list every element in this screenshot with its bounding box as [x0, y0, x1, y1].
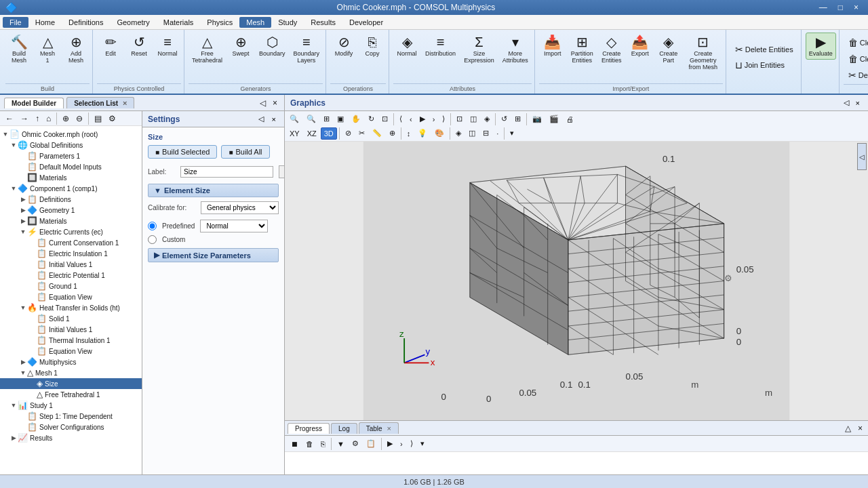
size-expression-button[interactable]: Σ SizeExpression	[460, 33, 498, 66]
select-all-btn[interactable]: ⊞	[511, 113, 524, 125]
menu-results[interactable]: Results	[304, 17, 342, 28]
more-attributes-button[interactable]: ▾ MoreAttributes	[499, 33, 532, 66]
menu-file[interactable]: File	[3, 17, 28, 28]
graphics-viewport[interactable]: .mesh-edge { stroke: #222; stroke-width:…	[285, 142, 868, 420]
settings-undock-btn[interactable]: ◁	[256, 114, 267, 124]
evaluate-button[interactable]: ▶ Evaluate	[806, 33, 836, 60]
tree-item-default[interactable]: 📋 Default Model Inputs	[0, 161, 142, 172]
copy-button[interactable]: ⎘ Copy	[359, 33, 386, 60]
slice-btn[interactable]: ⊘	[342, 127, 355, 140]
nav-up-btn[interactable]: ↑	[33, 113, 42, 125]
nav-back-btn[interactable]: ←	[3, 113, 16, 125]
select-boundaries-btn[interactable]: ◫	[465, 127, 479, 140]
partition-entities-button[interactable]: ⊞ PartitionEntities	[568, 33, 597, 66]
clear-mesh-button[interactable]: 🗑 Clear Mesh	[844, 35, 868, 50]
menu-study[interactable]: Study	[271, 17, 304, 28]
mesh1-button[interactable]: △ Mesh1	[34, 33, 61, 66]
bottom-panel-close-btn[interactable]: ×	[855, 422, 865, 434]
add-mesh-button[interactable]: ⊕ AddMesh	[62, 33, 90, 66]
orient-x-btn[interactable]: ↕	[403, 127, 414, 140]
viewport-collapse-btn[interactable]: ◁	[857, 143, 867, 170]
build-mesh-button[interactable]: 🔨 BuildMesh	[5, 33, 33, 66]
tree-item-sol1[interactable]: 📋 Solid 1	[0, 313, 142, 324]
view-xz-btn[interactable]: XZ	[304, 127, 320, 140]
boundary-button[interactable]: ⬡ Boundary	[256, 33, 289, 60]
go-last-btn[interactable]: ⟩	[439, 113, 448, 125]
delete-entities-button[interactable]: ✂ Delete Entities	[730, 42, 798, 57]
panel-undock-btn[interactable]: ◁	[257, 97, 269, 109]
import-button[interactable]: 📥 Import	[539, 33, 566, 60]
more-views-btn[interactable]: ▾	[507, 127, 517, 140]
menu-geometry[interactable]: Geometry	[110, 17, 156, 28]
menu-developer[interactable]: Developer	[342, 17, 390, 28]
tree-item-solver[interactable]: 📋 Solver Configurations	[0, 422, 142, 432]
tree-item-multi[interactable]: ▶ 🔷 Multiphysics	[0, 357, 142, 367]
tree-item-ht[interactable]: ▼ 🔥 Heat Transfer in Solids (ht)	[0, 302, 142, 313]
create-part-button[interactable]: ◈ CreatePart	[655, 33, 682, 66]
progress-copy-btn[interactable]: ⎘	[317, 438, 329, 450]
selection-list-tab[interactable]: Selection List ×	[66, 97, 134, 108]
tree-item-cc1[interactable]: 📋 Current Conservation 1	[0, 237, 142, 248]
nav-forward-btn[interactable]: →	[18, 113, 31, 125]
progress-next-btn[interactable]: ›	[397, 438, 406, 450]
menu-mesh[interactable]: Mesh	[239, 17, 271, 28]
swept-button[interactable]: ⊕ Swept	[227, 33, 254, 60]
size-params-section[interactable]: ▶ Element Size Parameters	[148, 248, 279, 262]
view-3d-btn[interactable]: 3D	[321, 127, 337, 140]
minimize-btn[interactable]: —	[815, 3, 831, 12]
wireframe-btn[interactable]: ⊡	[453, 113, 466, 125]
tree-item-step1[interactable]: 📋 Step 1: Time Dependent	[0, 411, 142, 422]
zoom-in-btn[interactable]: 🔍	[286, 113, 302, 125]
custom-radio[interactable]	[148, 235, 157, 244]
delete-sequence-button[interactable]: ✂ Delete Sequence	[844, 68, 868, 83]
light-btn[interactable]: 💡	[414, 127, 431, 140]
tree-item-study1[interactable]: ▼ 📊 Study 1	[0, 400, 142, 411]
tree-item-iv1[interactable]: 📋 Initial Values 1	[0, 259, 142, 270]
tree-item-ec[interactable]: ▼ ⚡ Electric Currents (ec)	[0, 226, 142, 237]
go-prev-btn[interactable]: ‹	[406, 113, 416, 125]
probe-btn[interactable]: ⊕	[386, 127, 399, 140]
tree-settings-btn[interactable]: ⚙	[106, 113, 119, 125]
zoom-selection-btn[interactable]: ▣	[334, 113, 347, 125]
tree-item-materials-g[interactable]: 🔲 Materials	[0, 172, 142, 183]
label-reset-btn[interactable]: ↺	[279, 165, 284, 178]
tree-item-root[interactable]: ▼ 📄 Ohmic Cooker.mph (root)	[0, 129, 142, 140]
tree-item-ti1[interactable]: 📋 Thermal Insulation 1	[0, 335, 142, 346]
close-btn[interactable]: ×	[850, 3, 863, 12]
tree-item-results[interactable]: ▶ 📈 Results	[0, 432, 142, 443]
graphics-close-btn[interactable]: ×	[853, 98, 863, 108]
modify-button[interactable]: ⊘ Modify	[330, 33, 357, 60]
select-domains-btn[interactable]: ◈	[452, 127, 465, 140]
progress-stop-btn[interactable]: ⏹	[288, 438, 302, 450]
tree-item-geo1[interactable]: ▶ 🔷 Geometry 1	[0, 205, 142, 216]
join-entities-button[interactable]: ⊔ Join Entities	[730, 58, 798, 73]
expand-all-btn[interactable]: ⊕	[60, 113, 72, 125]
progress-more-btn[interactable]: ▾	[417, 437, 428, 450]
tree-item-mesh1[interactable]: ▼ △ Mesh 1	[0, 367, 142, 378]
boundary-layers-button[interactable]: ≡ BoundaryLayers	[290, 33, 323, 66]
menu-definitions[interactable]: Definitions	[62, 17, 110, 28]
zoom-box-btn[interactable]: ⊞	[320, 113, 333, 125]
selection-list-close[interactable]: ×	[123, 99, 127, 107]
progress-play-btn[interactable]: ▶	[384, 437, 396, 450]
video-btn[interactable]: 🎬	[546, 113, 562, 125]
bottom-panel-expand-btn[interactable]: △	[842, 422, 854, 434]
progress-log-btn[interactable]: 📋	[363, 437, 379, 450]
edit-button[interactable]: ✏ Edit	[97, 33, 124, 60]
menu-home[interactable]: Home	[28, 17, 62, 28]
progress-tab[interactable]: Progress	[288, 423, 330, 434]
graphics-expand-btn[interactable]: ◁	[841, 98, 852, 108]
reset-button[interactable]: ↺ Reset	[125, 33, 153, 60]
element-size-section[interactable]: ▼ Element Size	[148, 184, 279, 197]
progress-end-btn[interactable]: ⟩	[407, 437, 416, 450]
play-btn[interactable]: ▶	[416, 113, 429, 125]
tree-item-defs[interactable]: ▶ 📋 Definitions	[0, 194, 142, 205]
distribution-button[interactable]: ≡ Distribution	[422, 33, 459, 60]
tree-item-mats[interactable]: ▶ 🔲 Materials	[0, 216, 142, 226]
reset-view-btn[interactable]: ↺	[498, 113, 511, 125]
measure-btn[interactable]: 📏	[369, 127, 385, 140]
predefined-value-select[interactable]: Normal Coarser Coarse Fine Finer Extra F…	[200, 220, 268, 232]
tree-item-global[interactable]: ▼ 🌐 Global Definitions	[0, 140, 142, 150]
build-all-btn[interactable]: ■ Build All	[221, 145, 269, 159]
view-xy-btn[interactable]: XY	[286, 127, 303, 140]
